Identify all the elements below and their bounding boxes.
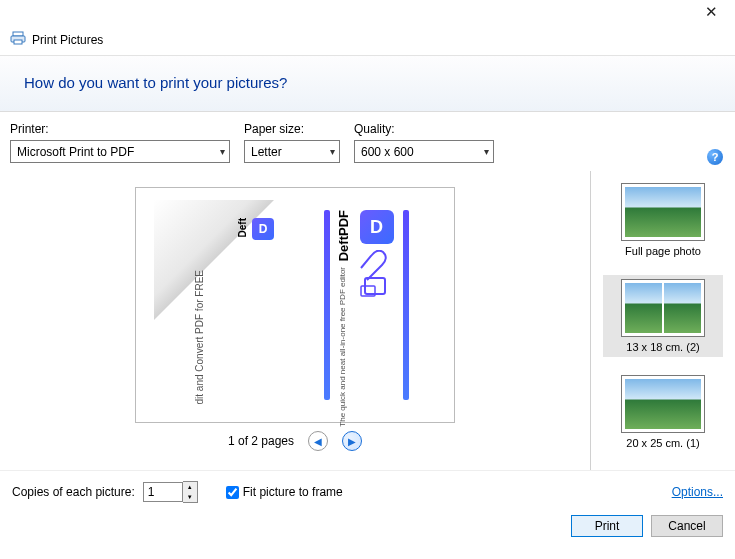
layout-caption: 13 x 18 cm. (2) xyxy=(626,341,699,353)
chevron-down-icon: ▾ xyxy=(220,146,225,157)
deft-badge-large: D xyxy=(360,210,394,244)
printer-label: Printer: xyxy=(10,122,230,136)
svg-rect-2 xyxy=(14,40,22,44)
preview-panel-left: D Deft dit and Convert PDF for FREE xyxy=(154,200,284,410)
prev-page-button[interactable]: ◀ xyxy=(308,431,328,451)
deft-label-large: DeftPDF xyxy=(336,210,351,261)
copies-spinner-up[interactable]: ▲ xyxy=(183,482,197,492)
layout-thumb xyxy=(621,183,705,241)
preview-area: D Deft dit and Convert PDF for FREE Deft… xyxy=(0,171,591,470)
copies-input[interactable] xyxy=(143,482,183,502)
layout-caption: Full page photo xyxy=(625,245,701,257)
accent-bar xyxy=(324,210,330,400)
layout-thumb xyxy=(621,375,705,433)
copies-spinner-down[interactable]: ▼ xyxy=(183,492,197,502)
printer-select[interactable]: Microsoft Print to PDF ▾ xyxy=(10,140,230,163)
quality-select[interactable]: 600 x 600 ▾ xyxy=(354,140,494,163)
banner-heading: How do you want to print your pictures? xyxy=(0,55,735,112)
printer-value: Microsoft Print to PDF xyxy=(17,145,134,159)
quality-label: Quality: xyxy=(354,122,494,136)
close-button[interactable]: ✕ xyxy=(689,0,733,24)
deft-tagline: The quick and neat all-in-one free PDF e… xyxy=(339,267,348,427)
fit-picture-label: Fit picture to frame xyxy=(243,485,343,499)
paperclip-icon xyxy=(357,250,397,300)
preview-left-text: dit and Convert PDF for FREE xyxy=(194,270,205,405)
next-page-button[interactable]: ▶ xyxy=(342,431,362,451)
options-link[interactable]: Options... xyxy=(672,485,723,499)
paper-size-select[interactable]: Letter ▾ xyxy=(244,140,340,163)
copies-label: Copies of each picture: xyxy=(12,485,135,499)
deft-badge-small: D xyxy=(252,218,274,240)
layout-item-20x25[interactable]: 20 x 25 cm. (1) xyxy=(603,371,723,453)
cancel-button[interactable]: Cancel xyxy=(651,515,723,537)
layout-thumb xyxy=(621,279,705,337)
page-counter: 1 of 2 pages xyxy=(228,434,294,448)
quality-value: 600 x 600 xyxy=(361,145,414,159)
layout-caption: 20 x 25 cm. (1) xyxy=(626,437,699,449)
print-button[interactable]: Print xyxy=(571,515,643,537)
chevron-down-icon: ▾ xyxy=(330,146,335,157)
chevron-down-icon: ▾ xyxy=(484,146,489,157)
help-icon[interactable]: ? xyxy=(707,149,723,165)
printer-icon xyxy=(10,30,26,49)
layout-item-full-page[interactable]: Full page photo xyxy=(603,179,723,261)
fit-picture-checkbox[interactable] xyxy=(226,486,239,499)
accent-bar xyxy=(403,210,409,400)
preview-panel-right: DeftPDF The quick and neat all-in-one fr… xyxy=(296,200,436,410)
deft-label-small: Deft xyxy=(237,218,248,237)
layout-item-13x18[interactable]: 13 x 18 cm. (2) xyxy=(603,275,723,357)
preview-page: D Deft dit and Convert PDF for FREE Deft… xyxy=(135,187,455,423)
window-title: Print Pictures xyxy=(32,33,103,47)
paper-size-label: Paper size: xyxy=(244,122,340,136)
layout-list[interactable]: Full page photo 13 x 18 cm. (2) 20 x 25 … xyxy=(591,171,735,470)
svg-rect-0 xyxy=(13,32,23,36)
paper-size-value: Letter xyxy=(251,145,282,159)
